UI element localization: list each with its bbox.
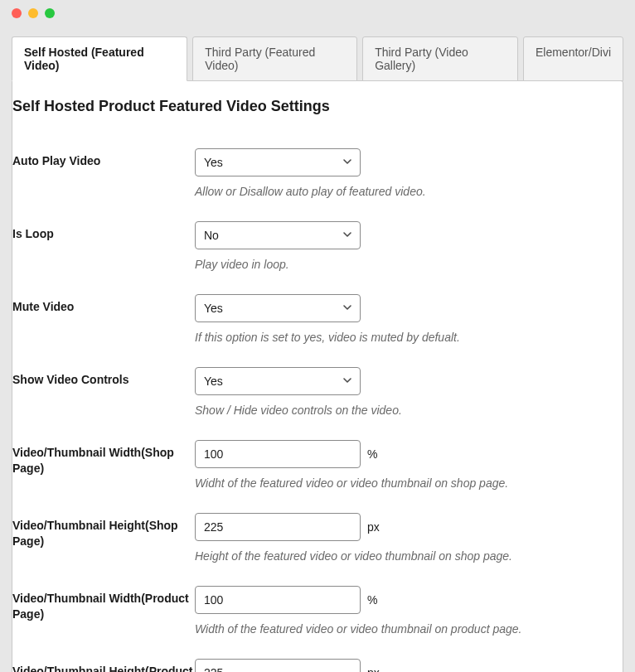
setting-control-is-loop: NoPlay video in loop. [195,221,623,271]
help-text: Allow or Disallow auto play of featured … [195,185,623,198]
setting-label-thumb-h-prod: Video/Thumbnail Height(Product Page) [12,659,195,672]
setting-row-is-loop: Is LoopNoPlay video in loop. [12,206,623,279]
is-loop-select[interactable]: No [195,221,361,249]
unit-label: px [367,520,380,534]
setting-control-thumb-w-shop: %Widht of the featured video or video th… [195,440,623,490]
help-text: If this option is set to yes, video is m… [195,331,623,344]
control-line: Yes [195,148,623,176]
unit-label: % [367,447,377,461]
tab-2[interactable]: Third Party (Video Gallery) [362,36,518,81]
setting-control-thumb-h-prod: pxHeight of the featured video or video … [195,659,623,672]
setting-label-mute-video: Mute Video [12,294,195,315]
tabs-bar: Self Hosted (Featured Video)Third Party … [12,36,623,81]
setting-label-is-loop: Is Loop [12,221,195,242]
help-text: Play video in loop. [195,258,623,271]
control-line: % [195,586,623,614]
thumb-w-prod-input[interactable] [195,586,361,614]
thumb-h-prod-input[interactable] [195,659,361,672]
window-minimize-button[interactable] [28,8,38,18]
setting-row-thumb-w-prod: Video/Thumbnail Width(Product Page)%Widt… [12,571,623,644]
setting-control-show-controls: YesShow / Hide video controls on the vid… [195,367,623,417]
auto-play-select[interactable]: Yes [195,148,361,176]
setting-control-thumb-h-shop: pxHeight of the featured video or video … [195,513,623,563]
select-wrap: No [195,221,361,249]
content-area: Self Hosted (Featured Video)Third Party … [0,27,635,672]
setting-row-show-controls: Show Video ControlsYesShow / Hide video … [12,352,623,425]
setting-row-thumb-w-shop: Video/Thumbnail Width(Shop Page)%Widht o… [12,425,623,498]
help-text: Show / Hide video controls on the video. [195,404,623,417]
setting-control-thumb-w-prod: %Width of the featured video or video th… [195,586,623,636]
settings-panel: Self Hosted Product Featured Video Setti… [12,80,623,672]
setting-row-mute-video: Mute VideoYesIf this option is set to ye… [12,279,623,352]
select-wrap: Yes [195,294,361,322]
setting-row-auto-play: Auto Play VideoYesAllow or Disallow auto… [12,133,623,206]
tab-0[interactable]: Self Hosted (Featured Video) [12,36,187,81]
tab-1[interactable]: Third Party (Featured Video) [192,36,357,81]
settings-list: Auto Play VideoYesAllow or Disallow auto… [12,133,623,672]
help-text: Width of the featured video or video thu… [195,622,623,636]
thumb-w-shop-input[interactable] [195,440,361,468]
show-controls-select[interactable]: Yes [195,367,361,395]
select-wrap: Yes [195,148,361,176]
setting-control-mute-video: YesIf this option is set to yes, video i… [195,294,623,344]
control-line: px [195,659,623,672]
control-line: px [195,513,623,541]
unit-label: px [367,666,380,672]
window-titlebar [0,0,635,27]
help-text: Height of the featured video or video th… [195,549,623,563]
control-line: Yes [195,294,623,322]
select-wrap: Yes [195,367,361,395]
setting-label-thumb-h-shop: Video/Thumbnail Height(Shop Page) [12,513,195,549]
control-line: No [195,221,623,249]
help-text: Widht of the featured video or video thu… [195,476,623,490]
panel-title: Self Hosted Product Featured Video Setti… [12,98,623,133]
window-maximize-button[interactable] [45,8,55,18]
thumb-h-shop-input[interactable] [195,513,361,541]
window-close-button[interactable] [12,8,22,18]
setting-control-auto-play: YesAllow or Disallow auto play of featur… [195,148,623,198]
setting-label-thumb-w-shop: Video/Thumbnail Width(Shop Page) [12,440,195,476]
control-line: Yes [195,367,623,395]
app-window: Self Hosted (Featured Video)Third Party … [0,0,635,672]
setting-label-show-controls: Show Video Controls [12,367,195,388]
setting-row-thumb-h-shop: Video/Thumbnail Height(Shop Page)pxHeigh… [12,498,623,571]
mute-video-select[interactable]: Yes [195,294,361,322]
control-line: % [195,440,623,468]
tab-3[interactable]: Elementor/Divi [523,36,623,81]
setting-label-thumb-w-prod: Video/Thumbnail Width(Product Page) [12,586,195,622]
setting-row-thumb-h-prod: Video/Thumbnail Height(Product Page)pxHe… [12,644,623,672]
unit-label: % [367,593,377,607]
setting-label-auto-play: Auto Play Video [12,148,195,169]
